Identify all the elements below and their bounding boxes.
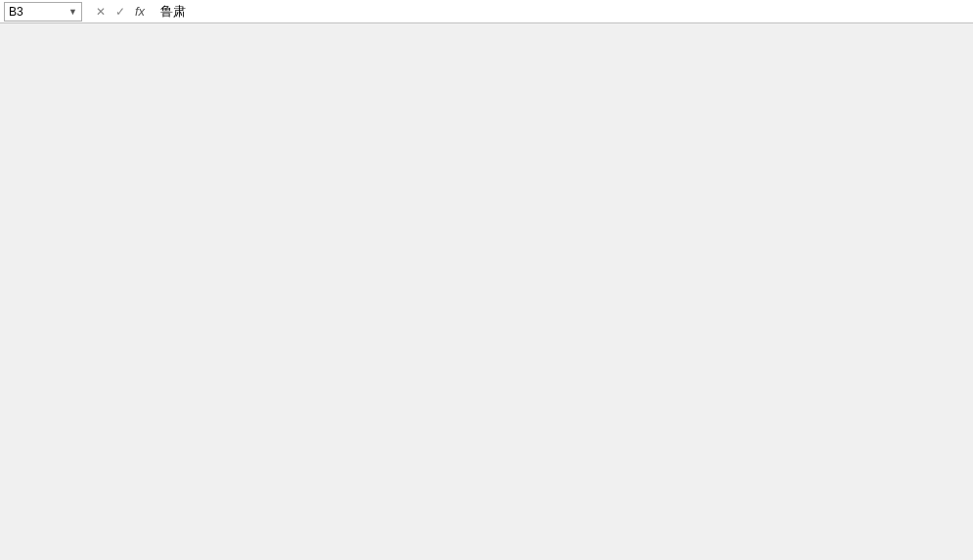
confirm-icon[interactable]: ✓ bbox=[115, 5, 125, 19]
cancel-icon[interactable]: ✕ bbox=[96, 5, 106, 19]
formula-input[interactable] bbox=[156, 2, 969, 22]
dropdown-icon[interactable]: ▼ bbox=[68, 7, 77, 17]
formula-bar: B3 ▼ ✕ ✓ fx bbox=[0, 0, 973, 23]
name-box-value: B3 bbox=[9, 5, 23, 19]
name-box[interactable]: B3 ▼ bbox=[4, 2, 82, 22]
formula-buttons: ✕ ✓ fx bbox=[96, 4, 145, 19]
fx-icon[interactable]: fx bbox=[135, 4, 145, 19]
